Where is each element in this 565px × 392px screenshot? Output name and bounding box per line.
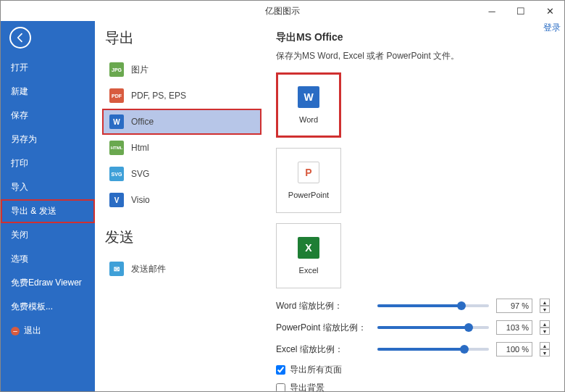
maximize-button[interactable]: ☐: [506, 1, 535, 21]
sidebar-item-print[interactable]: 打印: [1, 151, 95, 175]
svg-icon: SVG: [109, 167, 124, 181]
ppt-zoom-slider[interactable]: [377, 326, 489, 329]
sidebar-item-label: 退出: [24, 325, 41, 337]
check-label: 导出背景: [290, 382, 325, 391]
sidebar-item-saveas[interactable]: 另存为: [1, 128, 95, 151]
export-item-label: Visio: [131, 195, 150, 205]
sidebar-item-open[interactable]: 打开: [1, 56, 95, 80]
excel-icon: X: [298, 237, 319, 259]
export-item-label: Html: [131, 143, 149, 153]
word-zoom-spinner[interactable]: ▲▼: [540, 299, 550, 313]
export-item-label: Office: [131, 117, 154, 127]
sidebar-item-viewer[interactable]: 免费Edraw Viewer: [1, 271, 95, 295]
sidebar-item-new[interactable]: 新建: [1, 80, 95, 104]
pdf-icon: PDF: [109, 88, 124, 103]
spin-down-icon[interactable]: ▼: [540, 349, 550, 356]
powerpoint-icon: P: [298, 162, 319, 183]
excel-zoom-value[interactable]: 100 %: [496, 342, 532, 356]
detail-panel: 导出MS Office 保存为MS Word, Excel 或者 PowerPo…: [261, 21, 564, 391]
check-label: 导出所有页面: [290, 364, 342, 376]
setting-label: PowerPoint 缩放比例：: [276, 322, 370, 334]
check-export-background[interactable]: 导出背景: [276, 382, 550, 391]
minimize-button[interactable]: ─: [477, 1, 506, 21]
sidebar-item-options[interactable]: 选项: [1, 247, 95, 271]
sidebar-item-templates[interactable]: 免费模板...: [1, 295, 95, 319]
detail-heading: 导出MS Office: [276, 31, 550, 44]
sidebar-item-import[interactable]: 导入: [1, 175, 95, 199]
email-icon: ✉: [109, 262, 124, 276]
arrow-left-icon: [14, 32, 26, 43]
sidebar-item-exit[interactable]: – 退出: [1, 319, 95, 343]
word-zoom-value[interactable]: 97 %: [496, 299, 532, 313]
tile-label: Excel: [299, 266, 319, 275]
tile-powerpoint[interactable]: P PowerPoint: [276, 148, 341, 213]
check-export-all-pages[interactable]: 导出所有页面: [276, 364, 550, 376]
login-link[interactable]: 登录: [543, 22, 561, 34]
jpg-icon: JPG: [109, 62, 124, 77]
send-item-label: 发送邮件: [131, 263, 166, 275]
sidebar: 打开 新建 保存 另存为 打印 导入 导出 & 发送 关闭 选项 免费Edraw…: [1, 21, 95, 391]
ppt-zoom-value[interactable]: 103 %: [496, 320, 532, 335]
setting-label: Word 缩放比例：: [276, 300, 370, 312]
export-item-visio[interactable]: V Visio: [102, 187, 261, 213]
send-item-email[interactable]: ✉ 发送邮件: [102, 256, 261, 282]
spin-up-icon[interactable]: ▲: [540, 299, 550, 306]
excel-zoom-slider[interactable]: [377, 348, 489, 351]
checkbox[interactable]: [276, 365, 285, 375]
sidebar-item-save[interactable]: 保存: [1, 104, 95, 128]
tile-excel[interactable]: X Excel: [276, 223, 341, 288]
spin-up-icon[interactable]: ▲: [540, 342, 550, 349]
close-button[interactable]: ✕: [535, 1, 564, 21]
window-title: 亿图图示: [265, 5, 300, 17]
setting-excel-zoom: Excel 缩放比例： 100 % ▲▼: [276, 342, 550, 356]
export-heading: 导出: [102, 28, 261, 48]
back-button[interactable]: [9, 27, 31, 49]
export-item-label: SVG: [131, 169, 149, 179]
send-heading: 发送: [102, 228, 261, 247]
setting-ppt-zoom: PowerPoint 缩放比例： 103 % ▲▼: [276, 320, 550, 335]
setting-word-zoom: Word 缩放比例： 97 % ▲▼: [276, 299, 550, 313]
export-item-label: 图片: [131, 64, 148, 76]
tile-label: PowerPoint: [288, 191, 329, 199]
word-zoom-slider[interactable]: [377, 304, 489, 307]
excel-zoom-spinner[interactable]: ▲▼: [540, 342, 550, 356]
export-item-pdf[interactable]: PDF PDF, PS, EPS: [102, 83, 261, 109]
setting-label: Excel 缩放比例：: [276, 343, 370, 356]
checkbox[interactable]: [276, 383, 285, 391]
spin-down-icon[interactable]: ▼: [540, 328, 550, 335]
export-item-label: PDF, PS, EPS: [131, 91, 186, 101]
detail-description: 保存为MS Word, Excel 或者 PowerPoint 文件。: [276, 50, 550, 62]
sidebar-item-close[interactable]: 关闭: [1, 223, 95, 247]
spin-up-icon[interactable]: ▲: [540, 320, 550, 328]
visio-icon: V: [109, 193, 124, 207]
export-item-html[interactable]: HTML Html: [102, 135, 261, 161]
export-list-panel: 导出 JPG 图片 PDF PDF, PS, EPS W Office HTML…: [95, 21, 261, 391]
ppt-zoom-spinner[interactable]: ▲▼: [540, 320, 550, 335]
spin-down-icon[interactable]: ▼: [540, 306, 550, 313]
word-icon: W: [298, 86, 319, 108]
export-item-image[interactable]: JPG 图片: [102, 57, 261, 83]
tile-word[interactable]: W Word: [276, 72, 341, 138]
word-icon: W: [109, 114, 124, 129]
export-item-office[interactable]: W Office: [102, 109, 261, 135]
export-item-svg[interactable]: SVG SVG: [102, 161, 261, 187]
html-icon: HTML: [109, 141, 124, 155]
sidebar-item-export-send[interactable]: 导出 & 发送: [1, 199, 95, 223]
exit-icon: –: [11, 327, 20, 335]
tile-label: Word: [299, 115, 318, 124]
